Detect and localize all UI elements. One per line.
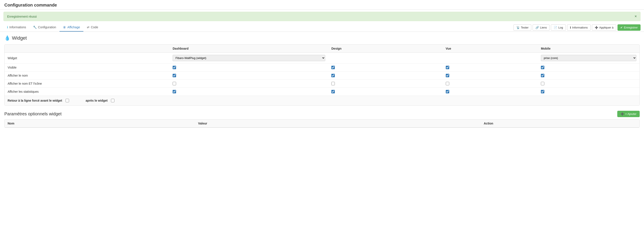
design-stats-cell — [328, 88, 442, 96]
col-header-dashboard: Dashboard — [170, 45, 328, 53]
col-header-label — [4, 45, 170, 53]
info-icon: ℹ — [7, 26, 8, 29]
vue-visible-checkbox[interactable] — [446, 66, 449, 69]
dashboard-stats-checkbox[interactable] — [172, 90, 176, 93]
vue-cell-widget — [443, 53, 538, 64]
force-line-before-checkbox[interactable] — [66, 99, 69, 102]
tester-icon: 📡 — [516, 26, 520, 29]
optional-params-title: Paramètres optionnels widget — [4, 111, 62, 117]
col-header-valeur: Valeur — [195, 120, 481, 128]
dashboard-stats-cell — [170, 88, 328, 96]
informations-icon: ℹ — [570, 26, 571, 29]
widget-section-title: 💧 Widget — [4, 35, 640, 41]
dashboard-nomicone-checkbox[interactable] — [172, 82, 176, 85]
tab-configuration[interactable]: 🔧 Configuration — [30, 23, 60, 32]
vue-visible-cell — [443, 64, 538, 72]
informations-button[interactable]: ℹ Informations — [567, 24, 590, 31]
enregistrer-button[interactable]: ✔ Enregistrer — [618, 24, 640, 31]
alert-success: Enregistrement réussi × — [4, 12, 640, 21]
table-row: Visible — [4, 64, 640, 72]
enregistrer-icon: ✔ — [620, 26, 623, 29]
tabs-right: 📡 Tester 🔗 Liens 📄 Log ℹ Informations ➕ … — [514, 24, 640, 31]
dashboard-widget-select[interactable]: Fibaro-WallPlug (widget) — [172, 55, 325, 61]
log-button[interactable]: 📄 Log — [551, 24, 566, 31]
tab-code[interactable]: ⇄ Code — [84, 23, 102, 32]
appliquer-icon: ➕ — [595, 26, 598, 29]
mobile-nomicone-checkbox[interactable] — [541, 82, 544, 85]
dashboard-select-cell: Fibaro-WallPlug (widget) — [170, 53, 328, 64]
design-visible-checkbox[interactable] — [331, 66, 335, 69]
params-table-header-row: Nom Valeur Action — [4, 120, 640, 128]
optional-params-header: Paramètres optionnels widget ➕ + Ajouter — [4, 111, 640, 117]
design-nom-checkbox[interactable] — [331, 74, 335, 77]
tab-informations[interactable]: ℹ Informations — [4, 23, 30, 32]
col-header-action: Action — [481, 120, 640, 128]
design-stats-checkbox[interactable] — [331, 90, 335, 93]
widget-table-header-row: Dashboard Design Vue Mobile — [4, 45, 640, 53]
page-title: Configuration commande — [4, 3, 640, 8]
mobile-select-cell: prise (core) — [538, 53, 640, 64]
widget-table: Dashboard Design Vue Mobile Widget Fibar… — [4, 45, 640, 95]
tester-button[interactable]: 📡 Tester — [514, 24, 531, 31]
params-table: Nom Valeur Action — [4, 120, 640, 128]
liens-icon: 🔗 — [536, 26, 539, 29]
mobile-nomicone-cell — [538, 80, 640, 88]
display-icon: 🖥 — [63, 26, 66, 29]
force-line-after-label: après le widget — [86, 99, 108, 102]
force-line-section: Retour à la ligne forcé avant le widget … — [4, 95, 640, 105]
vue-nomicone-checkbox[interactable] — [446, 82, 449, 85]
vue-stats-cell — [443, 88, 538, 96]
dashboard-visible-checkbox[interactable] — [172, 66, 176, 69]
dashboard-nom-cell — [170, 72, 328, 80]
liens-button[interactable]: 🔗 Liens — [532, 24, 550, 31]
table-row: Afficher les statistiques — [4, 88, 640, 96]
widget-icon: 💧 — [4, 35, 10, 41]
row-label-visible: Visible — [4, 64, 170, 72]
row-label-stats: Afficher les statistiques — [4, 88, 170, 96]
vue-stats-checkbox[interactable] — [446, 90, 449, 93]
page-header: Configuration commande — [0, 0, 644, 10]
mobile-widget-select[interactable]: prise (core) — [541, 55, 636, 61]
code-icon: ⇄ — [87, 26, 90, 29]
mobile-nom-checkbox[interactable] — [541, 74, 544, 77]
mobile-visible-cell — [538, 64, 640, 72]
appliquer-button[interactable]: ➕ Appliquer à — [592, 24, 616, 31]
row-label-widget: Widget — [4, 53, 170, 64]
design-cell-widget — [328, 53, 442, 64]
table-row: Widget Fibaro-WallPlug (widget) prise (c… — [4, 53, 640, 64]
force-line-after-checkbox[interactable] — [111, 99, 114, 102]
mobile-stats-checkbox[interactable] — [541, 90, 544, 93]
dashboard-visible-cell — [170, 64, 328, 72]
widget-table-container: Dashboard Design Vue Mobile Widget Fibar… — [4, 44, 640, 105]
alert-message: Enregistrement réussi — [7, 15, 37, 18]
col-header-mobile: Mobile — [538, 45, 640, 53]
log-icon: 📄 — [554, 26, 557, 29]
mobile-stats-cell — [538, 88, 640, 96]
dashboard-nomicone-cell — [170, 80, 328, 88]
params-table-container: Nom Valeur Action — [4, 119, 640, 128]
tab-affichage[interactable]: 🖥 Affichage — [60, 23, 84, 32]
tabs-left: ℹ Informations 🔧 Configuration 🖥 Afficha… — [4, 23, 102, 32]
col-header-vue: Vue — [443, 45, 538, 53]
force-line-after: après le widget — [86, 99, 114, 102]
col-header-design: Design — [328, 45, 442, 53]
design-nomicone-checkbox[interactable] — [331, 82, 335, 85]
design-nomicone-cell — [328, 80, 442, 88]
row-label-nom: Afficher le nom — [4, 72, 170, 80]
vue-nom-cell — [443, 72, 538, 80]
vue-nom-checkbox[interactable] — [446, 74, 449, 77]
alert-close-button[interactable]: × — [634, 14, 637, 19]
design-nom-cell — [328, 72, 442, 80]
design-visible-cell — [328, 64, 442, 72]
force-line-label: Retour à la ligne forcé avant le widget — [8, 99, 62, 102]
tabs-bar: ℹ Informations 🔧 Configuration 🖥 Afficha… — [0, 23, 644, 32]
mobile-nom-cell — [538, 72, 640, 80]
col-header-nom: Nom — [4, 120, 195, 128]
vue-nomicone-cell — [443, 80, 538, 88]
table-row: Afficher le nom — [4, 72, 640, 80]
ajouter-button[interactable]: ➕ + Ajouter — [617, 111, 640, 117]
main-content: 💧 Widget Dashboard Design Vue Mobile Wid… — [0, 32, 644, 131]
mobile-visible-checkbox[interactable] — [541, 66, 544, 69]
dashboard-nom-checkbox[interactable] — [172, 74, 176, 77]
table-row: Afficher le nom ET l'icône — [4, 80, 640, 88]
